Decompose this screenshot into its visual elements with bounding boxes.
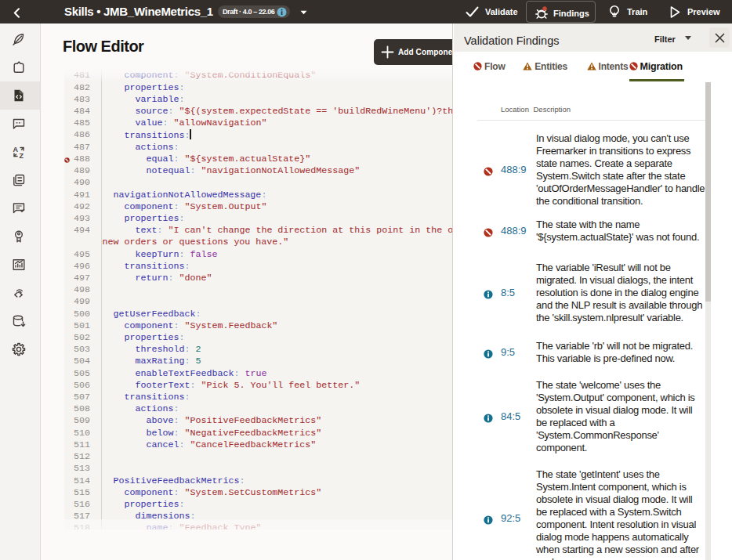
- svg-text:A: A: [13, 146, 19, 154]
- svg-text:Z: Z: [20, 152, 24, 160]
